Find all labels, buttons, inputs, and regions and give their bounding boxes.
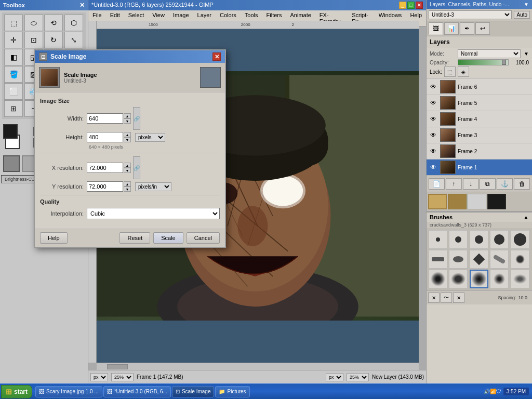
tool-magic[interactable]: ⬡ [64,15,83,31]
layer-eye-frame1[interactable]: 👁 [429,163,438,172]
brush-item-1[interactable] [429,230,447,249]
height-down-button[interactable]: ▼ [124,137,131,142]
tab-layers[interactable]: 🖼 [429,22,443,35]
taskbar-item-pictures[interactable]: 📁 Pictures [215,386,249,397]
yres-up-button[interactable]: ▲ [124,181,131,187]
brush-item-5[interactable] [511,230,529,249]
width-up-button[interactable]: ▲ [124,113,131,118]
tab-channels[interactable]: 📊 [444,22,459,35]
tab-undo[interactable]: ↩ [475,22,490,35]
auto-button[interactable]: Auto [514,11,530,19]
tool-shear[interactable]: ◧ [4,49,23,65]
new-layer-button[interactable]: 📄 [429,178,445,190]
scale-button[interactable]: Scale [153,232,183,244]
tool-ellipse[interactable]: ⬭ [24,15,43,31]
brush-action-3[interactable]: ✕ [453,292,464,303]
layer-item-frame6[interactable]: 👁 Frame 6 [427,79,532,95]
minimize-button[interactable]: _ [399,2,406,9]
xres-input[interactable] [87,163,123,173]
tab-paths[interactable]: ✒ [460,22,474,35]
help-button[interactable]: Help [40,232,68,244]
brush-swatch-3[interactable] [468,194,486,209]
tool-bucket[interactable]: 🪣 [4,66,23,83]
res-unit-dropdown[interactable]: pixels/in pixels/mm [135,182,171,191]
tool-eraser[interactable]: ⬜ [4,83,23,100]
delete-layer-button[interactable]: 🗑 [514,178,530,190]
tool-move[interactable]: ✛ [4,32,23,48]
yres-down-button[interactable]: ▼ [124,187,131,192]
brush-swatch-1[interactable] [428,194,447,209]
tool-crop[interactable]: ⊡ [24,32,43,48]
duplicate-layer-button[interactable]: ⧉ [480,178,496,190]
active-image-preview[interactable] [3,155,20,172]
dialog-close-button[interactable]: ✕ [212,52,221,61]
brush-item-12[interactable] [449,270,468,288]
toolbox-close-icon[interactable]: ✕ [79,2,85,9]
brush-swatch-2[interactable] [448,194,467,209]
height-input[interactable] [87,132,123,142]
mode-select[interactable]: Normal Multiply Screen Overlay [458,49,521,58]
brush-item-13-selected[interactable] [470,270,488,288]
window-select[interactable]: Untitled-3 [429,10,512,19]
brush-item-7[interactable] [449,250,468,269]
layer-eye-frame3[interactable]: 👁 [429,130,438,140]
brush-action-1[interactable]: ✕ [428,292,440,303]
layer-item-frame2[interactable]: 👁 Frame 2 [427,143,532,159]
opacity-thumb[interactable] [502,60,506,65]
tool-scale[interactable]: ⤡ [64,32,83,48]
lock-alpha-button[interactable]: ◈ [458,66,469,77]
interpolation-select[interactable]: None Linear Cubic Sinc (Lanczos3) [87,208,220,219]
brush-item-6[interactable] [429,250,447,269]
foreground-color-swatch[interactable] [3,124,18,139]
layer-eye-frame5[interactable]: 👁 [429,98,438,108]
scrollbar-thumb-h[interactable] [107,364,128,369]
layer-item-frame3[interactable]: 👁 Frame 3 [427,127,532,143]
taskbar-item-untitled[interactable]: 🖼 *Untitled-3.0 (RGB, 6... [103,386,171,397]
layer-item-frame4[interactable]: 👁 Frame 4 [427,111,532,127]
layer-eye-frame4[interactable]: 👁 [429,114,438,124]
xres-down-button[interactable]: ▼ [124,168,131,173]
reset-button[interactable]: Reset [119,232,150,244]
brush-action-2[interactable]: 〜 [441,292,452,303]
zoom-select-1[interactable]: 25% [111,373,134,381]
yres-input[interactable] [87,181,123,192]
opacity-slider[interactable] [458,59,509,65]
width-input[interactable] [87,113,123,124]
layer-item-frame1[interactable]: 👁 Frame 1 [427,159,532,176]
taskbar-item-scale[interactable]: ⊡ Scale Image [172,386,215,397]
wh-link-icon[interactable]: 🔗 [133,107,140,130]
xres-up-button[interactable]: ▲ [124,163,131,168]
tool-rotate[interactable]: ↻ [44,32,63,48]
height-up-button[interactable]: ▲ [124,132,131,137]
lock-pixels-button[interactable]: ⬚ [444,66,456,77]
layer-item-frame5[interactable]: 👁 Frame 5 [427,95,532,111]
brush-item-2[interactable] [449,230,468,249]
anchor-layer-button[interactable]: ⚓ [497,178,513,190]
zoom-select-2[interactable]: 25% [347,373,369,381]
start-button[interactable]: ⊞ start [1,385,32,398]
brush-item-10[interactable] [511,250,529,269]
tool-heal[interactable]: ⊞ [4,100,23,117]
brush-item-14[interactable] [490,270,509,288]
layer-eye-frame2[interactable]: 👁 [429,147,438,156]
brush-item-4[interactable] [490,230,509,249]
close-button[interactable]: ✕ [416,2,423,9]
brush-item-3[interactable] [470,230,488,249]
unit-dropdown[interactable]: pixels percent inches mm [135,133,165,142]
width-down-button[interactable]: ▼ [124,118,131,124]
unit-select-2[interactable]: px [326,373,343,381]
scrollbar-horizontal[interactable] [97,363,419,370]
brush-item-9[interactable] [490,250,509,269]
taskbar-item-scary[interactable]: 🖼 Scary Image.jpg-1.0 ... [35,386,102,397]
raise-layer-button[interactable]: ↑ [446,178,462,190]
brush-swatch-4[interactable] [487,194,506,209]
cancel-button[interactable]: Cancel [187,232,220,244]
layer-eye-frame6[interactable]: 👁 [429,82,438,91]
lower-layer-button[interactable]: ↓ [463,178,479,190]
brush-item-11[interactable] [429,270,447,288]
res-link-icon[interactable]: 🔗 [133,156,140,179]
brush-item-15[interactable] [511,270,529,288]
unit-select-1[interactable]: px [90,373,108,381]
tool-rect[interactable]: ⬚ [4,15,23,31]
tool-lasso[interactable]: ⟲ [44,15,63,31]
